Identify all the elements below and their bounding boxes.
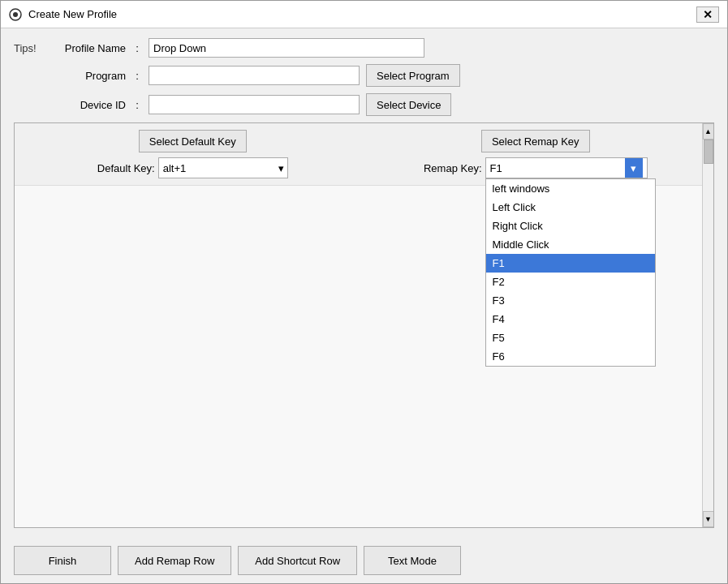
dropdown-item-f3[interactable]: F3 — [486, 291, 655, 310]
scroll-up-arrow[interactable]: ▲ — [703, 123, 714, 140]
footer: Finish Add Remap Row Add Shortcut Row Te… — [1, 538, 727, 583]
program-label: Program — [53, 70, 126, 82]
dropdown-item-f2[interactable]: F2 — [486, 273, 655, 291]
main-window: Create New Profile ✕ Tips! Profile Name … — [0, 0, 728, 584]
device-id-label: Device ID — [53, 99, 126, 111]
default-key-label: Default Key: — [97, 162, 155, 174]
dropdown-item-middle-click[interactable]: Middle Click — [486, 235, 655, 254]
remap-selected-value: F1 — [490, 162, 502, 174]
select-remap-key-button[interactable]: Select Remap Key — [481, 130, 590, 152]
remap-dropdown-list: left windows Left Click Right Click Midd… — [485, 178, 656, 367]
dropdown-item-f4[interactable]: F4 — [486, 310, 655, 328]
text-mode-button[interactable]: Text Mode — [364, 546, 461, 575]
window-title: Create New Profile — [28, 8, 117, 20]
dropdown-item-f6[interactable]: F6 — [486, 347, 655, 366]
colon-2: : — [132, 70, 142, 82]
dropdown-item-f5[interactable]: F5 — [486, 328, 655, 347]
default-key-wrapper: alt+1 — [158, 157, 288, 178]
dropdown-arrow-button[interactable]: ▾ — [625, 158, 643, 178]
colon-1: : — [132, 42, 142, 54]
remap-dropdown-container: F1 ▾ left windows Left Click Right Click… — [485, 157, 648, 178]
title-bar: Create New Profile ✕ — [1, 1, 727, 28]
device-id-input[interactable] — [149, 95, 360, 114]
remap-key-label: Remap Key: — [424, 162, 482, 174]
remap-key-section: Select Remap Key Remap Key: F1 ▾ left wi… — [368, 130, 704, 178]
dropdown-item-f1[interactable]: F1 — [486, 254, 655, 273]
title-bar-left: Create New Profile — [9, 8, 117, 21]
colon-3: : — [132, 99, 142, 111]
dropdown-item-left-click[interactable]: Left Click — [486, 198, 655, 217]
remap-selected-display[interactable]: F1 ▾ — [485, 157, 648, 178]
default-key-select[interactable]: alt+1 — [158, 157, 288, 178]
add-remap-row-button[interactable]: Add Remap Row — [118, 546, 231, 575]
scroll-thumb[interactable] — [704, 140, 713, 164]
svg-point-1 — [13, 12, 18, 17]
add-shortcut-row-button[interactable]: Add Shortcut Row — [238, 546, 357, 575]
dropdown-item-left-windows[interactable]: left windows — [486, 179, 655, 198]
shortcut-header: Select Default Key Default Key: alt+1 Se… — [15, 123, 713, 186]
remap-key-row: Remap Key: F1 ▾ left windows Left Click … — [424, 157, 648, 178]
app-icon — [9, 8, 22, 21]
close-button[interactable]: ✕ — [696, 6, 719, 23]
main-content: Tips! Profile Name : Program : Select Pr… — [1, 28, 727, 538]
program-input[interactable] — [149, 66, 360, 85]
profile-name-label: Profile Name — [53, 42, 126, 54]
dropdown-item-right-click[interactable]: Right Click — [486, 217, 655, 235]
select-device-button[interactable]: Select Device — [366, 93, 451, 116]
tips-label: Tips! — [14, 42, 46, 54]
default-key-row: Default Key: alt+1 — [97, 157, 288, 178]
default-key-section: Select Default Key Default Key: alt+1 — [24, 130, 361, 178]
finish-button[interactable]: Finish — [14, 546, 111, 575]
select-program-button[interactable]: Select Program — [366, 64, 460, 87]
select-default-key-button[interactable]: Select Default Key — [139, 130, 247, 152]
program-row: Program : Select Program — [53, 64, 714, 87]
profile-name-input[interactable] — [149, 38, 424, 58]
profile-name-row: Tips! Profile Name : — [14, 38, 714, 58]
shortcut-area: Select Default Key Default Key: alt+1 Se… — [14, 122, 714, 528]
device-id-row: Device ID : Select Device — [53, 93, 714, 116]
